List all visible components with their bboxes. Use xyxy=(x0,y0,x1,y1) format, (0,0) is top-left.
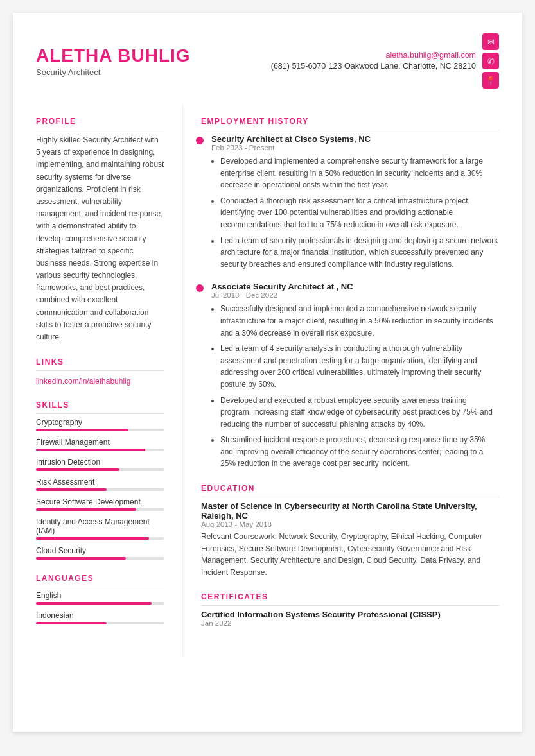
skill-item: Secure Software Development xyxy=(36,497,164,511)
contact-icons: ✉ ✆ 📍 xyxy=(482,33,499,89)
linkedin-link[interactable]: linkedin.com/in/alethabuhlig xyxy=(36,377,130,386)
education-item: Master of Science in Cybersecurity at No… xyxy=(201,501,499,578)
language-name: Indonesian xyxy=(36,611,164,620)
job-bullet: Led a team of security professionals in … xyxy=(220,235,499,271)
job-bullet: Developed and implemented a comprehensiv… xyxy=(220,155,499,191)
education-list: Master of Science in Cybersecurity at No… xyxy=(201,501,499,578)
job-title: Associate Security Architect at , NC xyxy=(211,282,499,291)
profile-text: Highly skilled Security Architect with 5… xyxy=(36,134,164,343)
skill-name: Identity and Access Management (IAM) xyxy=(36,517,164,535)
employment-section: EMPLOYMENT HISTORY Security Architect at… xyxy=(201,117,499,470)
email-link[interactable]: aletha.buhlig@gmail.com xyxy=(271,51,476,60)
edu-dates: Aug 2013 - May 2018 xyxy=(201,520,499,528)
job-item: Security Architect at Cisco Systems, NC … xyxy=(201,134,499,270)
certificate-item: Certified Information Systems Security P… xyxy=(201,610,499,627)
header-right: aletha.buhlig@gmail.com (681) 515-6070 1… xyxy=(271,33,499,89)
link-item-linkedin: linkedin.com/in/alethabuhlig xyxy=(36,375,164,386)
skill-name: Intrusion Detection xyxy=(36,458,164,467)
language-name: English xyxy=(36,591,164,600)
resume-container: ALETHA BUHLIG Security Architect aletha.… xyxy=(13,13,522,732)
skill-name: Cloud Security xyxy=(36,546,164,555)
skill-item: Cloud Security xyxy=(36,546,164,560)
language-bar-fill xyxy=(36,602,152,605)
skill-bar-bg xyxy=(36,449,164,451)
certificates-list: Certified Information Systems Security P… xyxy=(201,610,499,627)
language-bar-bg xyxy=(36,622,164,624)
contact-info: aletha.buhlig@gmail.com (681) 515-6070 1… xyxy=(271,51,476,71)
skills-section: SKILLS Cryptography Firewall Management … xyxy=(36,400,164,560)
address: 123 Oakwood Lane, Charlotte, NC 28210 xyxy=(329,62,476,71)
jobs-list: Security Architect at Cisco Systems, NC … xyxy=(201,134,499,470)
resume-header: ALETHA BUHLIG Security Architect aletha.… xyxy=(13,13,522,104)
skill-bar-bg xyxy=(36,488,164,491)
job-bullet: Conducted a thorough risk assessment for… xyxy=(220,195,499,231)
languages-list: English Indonesian xyxy=(36,591,164,624)
job-dot xyxy=(196,137,204,144)
links-section-title: LINKS xyxy=(36,357,164,371)
job-dates: Jul 2018 - Dec 2022 xyxy=(211,291,499,299)
candidate-title: Security Architect xyxy=(36,67,191,77)
job-bullet: Successfully designed and implemented a … xyxy=(220,303,499,339)
profile-section: PROFILE Highly skilled Security Architec… xyxy=(36,117,164,343)
skill-name: Firewall Management xyxy=(36,438,164,447)
skill-item: Identity and Access Management (IAM) xyxy=(36,517,164,540)
languages-section-title: LANGUAGES xyxy=(36,574,164,587)
email-icon: ✉ xyxy=(482,33,499,50)
job-dates: Feb 2023 - Present xyxy=(211,144,499,151)
job-bullet: Streamlined incident response procedures… xyxy=(220,434,499,470)
cert-title: Certified Information Systems Security P… xyxy=(201,610,499,619)
skill-name: Cryptography xyxy=(36,418,164,427)
skill-name: Risk Assessment xyxy=(36,477,164,486)
phone-number: (681) 515-6070 xyxy=(271,62,326,71)
skill-bar-fill xyxy=(36,468,119,471)
header-left: ALETHA BUHLIG Security Architect xyxy=(36,46,191,77)
job-dot xyxy=(196,284,204,292)
skills-section-title: SKILLS xyxy=(36,400,164,414)
employment-section-title: EMPLOYMENT HISTORY xyxy=(201,117,499,130)
skill-bar-bg xyxy=(36,468,164,471)
job-bullet: Developed and executed a robust employee… xyxy=(220,395,499,431)
edu-title: Master of Science in Cybersecurity at No… xyxy=(201,501,499,520)
certificates-section: CERTIFICATES Certified Information Syste… xyxy=(201,592,499,627)
skill-bar-bg xyxy=(36,557,164,560)
links-section: LINKS linkedin.com/in/alethabuhlig xyxy=(36,357,164,386)
skill-bar-fill xyxy=(36,508,136,511)
skill-name: Secure Software Development xyxy=(36,497,164,506)
language-item: Indonesian xyxy=(36,611,164,624)
skill-item: Risk Assessment xyxy=(36,477,164,491)
skill-bar-bg xyxy=(36,429,164,431)
job-bullets: Successfully designed and implemented a … xyxy=(211,303,499,470)
languages-section: LANGUAGES English Indonesian xyxy=(36,574,164,624)
skills-list: Cryptography Firewall Management Intrusi… xyxy=(36,418,164,560)
certificates-section-title: CERTIFICATES xyxy=(201,592,499,606)
language-bar-fill xyxy=(36,622,107,624)
location-icon: 📍 xyxy=(482,72,499,89)
skill-bar-fill xyxy=(36,557,126,560)
skill-item: Cryptography xyxy=(36,418,164,431)
language-bar-bg xyxy=(36,602,164,605)
skill-bar-fill xyxy=(36,488,107,491)
cert-dates: Jan 2022 xyxy=(201,619,499,627)
job-item: Associate Security Architect at , NC Jul… xyxy=(201,282,499,470)
skill-item: Intrusion Detection xyxy=(36,458,164,471)
candidate-name: ALETHA BUHLIG xyxy=(36,46,191,66)
education-section-title: EDUCATION xyxy=(201,484,499,497)
job-bullet: Led a team of 4 security analysts in con… xyxy=(220,343,499,390)
skill-bar-fill xyxy=(36,537,149,540)
resume-body: PROFILE Highly skilled Security Architec… xyxy=(13,104,522,657)
skill-bar-fill xyxy=(36,449,145,451)
left-column: PROFILE Highly skilled Security Architec… xyxy=(13,104,183,657)
education-section: EDUCATION Master of Science in Cybersecu… xyxy=(201,484,499,578)
skill-item: Firewall Management xyxy=(36,438,164,451)
skill-bar-fill xyxy=(36,429,128,431)
language-item: English xyxy=(36,591,164,605)
edu-coursework: Relevant Coursework: Network Security, C… xyxy=(201,531,499,578)
skill-bar-bg xyxy=(36,508,164,511)
skill-bar-bg xyxy=(36,537,164,540)
job-bullets: Developed and implemented a comprehensiv… xyxy=(211,155,499,270)
job-title: Security Architect at Cisco Systems, NC xyxy=(211,134,499,144)
phone-icon: ✆ xyxy=(482,53,499,69)
right-column: EMPLOYMENT HISTORY Security Architect at… xyxy=(183,104,522,657)
profile-section-title: PROFILE xyxy=(36,117,164,130)
